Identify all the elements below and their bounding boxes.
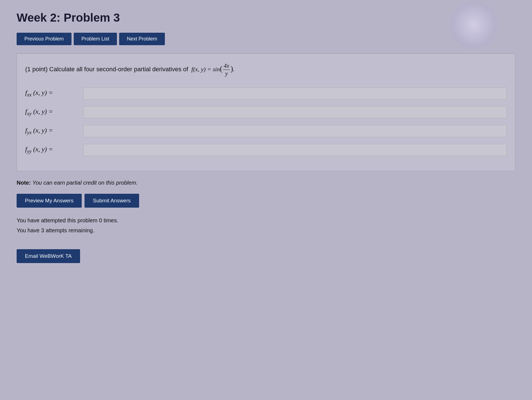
fyx-input[interactable]	[83, 125, 507, 137]
attempts-section: You have attempted this problem 0 times.…	[17, 215, 515, 235]
fxy-row: fxy (x, y) =	[25, 106, 507, 118]
note-prefix: Note:	[17, 180, 32, 186]
fxx-input[interactable]	[83, 87, 507, 100]
problem-list-button[interactable]: Problem List	[74, 33, 117, 45]
nav-buttons: Previous Problem Problem List Next Probl…	[17, 33, 515, 45]
fyy-input[interactable]	[83, 144, 507, 156]
problem-statement: (1 point) Calculate all four second-orde…	[25, 62, 507, 77]
problem-text: (1 point) Calculate all four second-orde…	[25, 66, 188, 73]
preview-answers-button[interactable]: Preview My Answers	[17, 194, 82, 208]
fyx-row: fyx (x, y) =	[25, 125, 507, 137]
note-section: Note: You can earn partial credit on thi…	[17, 180, 515, 186]
function-formula: f(x, y) = sin(4xy).	[190, 66, 234, 73]
fxy-label: fxy (x, y) =	[25, 108, 83, 117]
fxx-row: fxx (x, y) =	[25, 87, 507, 100]
fxy-input[interactable]	[83, 106, 507, 118]
next-problem-button[interactable]: Next Problem	[119, 33, 165, 45]
page-title: Week 2: Problem 3	[17, 11, 515, 24]
email-ta-button[interactable]: Email WeBWorK TA	[17, 249, 80, 263]
attempts-line1: You have attempted this problem 0 times.	[17, 215, 515, 225]
submit-answers-button[interactable]: Submit Answers	[85, 194, 139, 208]
fyx-label: fyx (x, y) =	[25, 127, 83, 136]
attempts-line2: You have 3 attempts remaining.	[17, 225, 515, 235]
fyy-row: fyy (x, y) =	[25, 144, 507, 156]
action-buttons: Preview My Answers Submit Answers	[17, 194, 515, 208]
note-body: You can earn partial credit on this prob…	[32, 180, 138, 186]
previous-problem-button[interactable]: Previous Problem	[17, 33, 71, 45]
fxx-label: fxx (x, y) =	[25, 89, 83, 98]
problem-box: (1 point) Calculate all four second-orde…	[17, 53, 515, 171]
fyy-label: fyy (x, y) =	[25, 146, 83, 154]
